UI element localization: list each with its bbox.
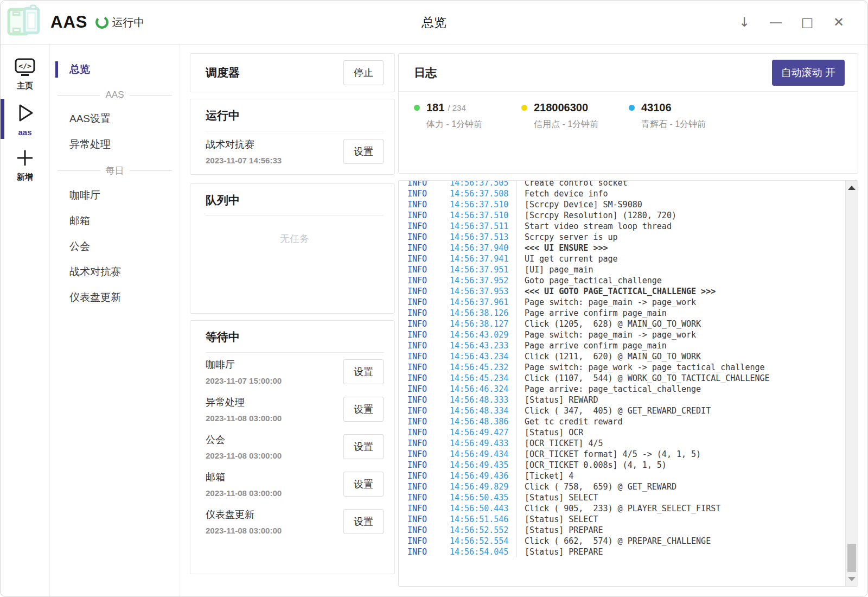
- log-line: INFO 14:56:48.334 Click ( 347, 405) @ GE…: [407, 405, 836, 416]
- page-title: 总览: [422, 14, 446, 31]
- run-status: 运行中: [95, 15, 144, 30]
- log-message: <<< UI ENSURE >>>: [516, 243, 608, 253]
- log-message: Get tc credit reward: [516, 416, 623, 427]
- log-level: INFO: [407, 243, 450, 253]
- log-viewer: INFO 14:56:37.505 Create control socket …: [398, 180, 858, 587]
- queue-card: 队列中 无任务: [190, 183, 395, 314]
- icon-rail: </> 主页 aas: [1, 45, 50, 597]
- waiting-settings-button[interactable]: 设置: [343, 359, 384, 384]
- log-timestamp: 14:56:52.552: [450, 525, 516, 536]
- log-level: INFO: [407, 351, 450, 362]
- sidebar-item[interactable]: 公会: [50, 234, 180, 258]
- sidebar-section-divider: 每日: [50, 158, 180, 183]
- maximize-icon[interactable]: □: [800, 16, 814, 29]
- log-message: [Scrcpy Device] SM-S9080: [516, 199, 642, 210]
- log-message: Page switch: page_work -> page_tactical_…: [516, 362, 765, 373]
- sidebar-item[interactable]: 咖啡厅: [50, 183, 180, 207]
- autoscroll-toggle-button[interactable]: 自动滚动 开: [772, 60, 845, 86]
- scroll-up-icon[interactable]: [848, 186, 856, 190]
- sidebar-item-label: AAS设置: [69, 113, 111, 124]
- active-indicator: [1, 99, 4, 139]
- log-timestamp: 14:56:49.434: [450, 449, 516, 460]
- stop-button[interactable]: 停止: [343, 60, 384, 85]
- scheduler-card: 调度器 停止: [190, 53, 395, 92]
- log-line: INFO 14:56:49.436 [Ticket] 4: [407, 471, 836, 481]
- log-timestamp: 14:56:37.940: [450, 243, 516, 253]
- status-dot-icon: [414, 105, 420, 111]
- log-message: Click (1107, 544) @ WORK_GO_TO_TACTICAL_…: [516, 373, 770, 384]
- log-timestamp: 14:56:51.546: [450, 514, 516, 525]
- log-timestamp: 14:56:46.324: [450, 384, 516, 395]
- rail-item-home[interactable]: </> 主页: [1, 53, 49, 94]
- log-message: [Status] PREPARE: [516, 525, 603, 536]
- log-line: INFO 14:56:43.234 Click (1211, 620) @ MA…: [407, 351, 836, 362]
- scroll-down-icon[interactable]: [848, 577, 856, 581]
- log-message: [Status] SELECT: [516, 492, 598, 503]
- restore-down-icon[interactable]: ↓: [737, 16, 751, 29]
- divider-line: [130, 170, 173, 171]
- waiting-settings-button[interactable]: 设置: [343, 434, 384, 459]
- log-timestamp: 14:56:49.435: [450, 460, 516, 471]
- log-level: INFO: [407, 427, 450, 438]
- waiting-task-name: 异常处理: [206, 396, 282, 409]
- log-timestamp: 14:56:49.436: [450, 471, 516, 481]
- log-line: INFO 14:56:37.941 UI get current page: [407, 253, 836, 264]
- sidebar-item-label: 总览: [69, 63, 90, 75]
- close-icon[interactable]: ✕: [832, 16, 846, 29]
- sidebar-item[interactable]: 邮箱: [50, 209, 180, 233]
- log-message: Create control socket: [516, 180, 628, 188]
- log-timestamp: 14:56:43.234: [450, 351, 516, 362]
- minimize-icon[interactable]: —: [769, 16, 783, 29]
- log-message: [OCR_TICKET] 4/5: [516, 438, 603, 449]
- sidebar-item[interactable]: 总览: [50, 58, 180, 81]
- log-level: INFO: [407, 395, 450, 405]
- sidebar-item[interactable]: AAS设置: [50, 107, 180, 131]
- log-timestamp: 14:56:49.829: [450, 481, 516, 492]
- waiting-settings-button[interactable]: 设置: [343, 509, 384, 534]
- window-controls: ↓ — □ ✕: [737, 16, 867, 29]
- log-line: INFO 14:56:37.952 Goto page_tactical_cha…: [407, 275, 836, 286]
- log-panel: 日志 自动滚动 开 181 / 234 体力 - 1分钟前: [398, 53, 858, 174]
- log-level: INFO: [407, 221, 450, 232]
- log-timestamp: 14:56:52.554: [450, 536, 516, 547]
- log-timestamp: 14:56:43.029: [450, 329, 516, 340]
- waiting-task-name: 邮箱: [206, 471, 282, 484]
- log-level: INFO: [407, 199, 450, 210]
- svg-text:</>: </>: [18, 62, 31, 70]
- rail-item-add[interactable]: 新增: [1, 143, 49, 186]
- sidebar-item[interactable]: 异常处理: [50, 132, 180, 156]
- rail-item-aas[interactable]: aas: [1, 98, 49, 140]
- log-level: INFO: [407, 525, 450, 536]
- log-level: INFO: [407, 460, 450, 471]
- log-timestamp: 14:56:37.505: [450, 180, 516, 188]
- log-timestamp: 14:56:49.433: [450, 438, 516, 449]
- sidebar-item[interactable]: 战术对抗赛: [50, 260, 180, 284]
- sidebar-section-label: 每日: [106, 164, 124, 177]
- sidebar-item-label: 公会: [69, 240, 90, 252]
- log-timestamp: 14:56:37.511: [450, 221, 516, 232]
- waiting-settings-button[interactable]: 设置: [343, 472, 384, 497]
- log-line: INFO 14:56:51.546 [Status] SELECT: [407, 514, 836, 525]
- log-level: INFO: [407, 340, 450, 351]
- log-line: INFO 14:56:46.324 Page arrive: page_tact…: [407, 384, 836, 395]
- sidebar-item-label: 仪表盘更新: [69, 291, 121, 303]
- log-timestamp: 14:56:37.513: [450, 232, 516, 243]
- code-monitor-icon: </>: [14, 58, 36, 77]
- log-level: INFO: [407, 188, 450, 199]
- log-scrollbar[interactable]: [845, 181, 858, 586]
- waiting-settings-button[interactable]: 设置: [343, 397, 384, 422]
- log-message: Click ( 662, 574) @ PREPARE_CHALLENGE: [516, 536, 711, 547]
- log-message: [Status] REWARD: [516, 395, 598, 405]
- log-line: INFO 14:56:37.510 [Scrcpy Device] SM-S90…: [407, 199, 836, 210]
- log-level: INFO: [407, 210, 450, 221]
- log-level: INFO: [407, 471, 450, 481]
- play-icon: [14, 102, 36, 124]
- sidebar-item[interactable]: 仪表盘更新: [50, 285, 180, 309]
- sidebar-section-label: AAS: [105, 90, 124, 100]
- log-timestamp: 14:56:37.510: [450, 199, 516, 210]
- log-message: [Ticket] 4: [516, 471, 573, 481]
- running-settings-button[interactable]: 设置: [343, 139, 384, 164]
- sidebar-item-label: 战术对抗赛: [69, 266, 121, 277]
- log-line: INFO 14:56:37.961 Page switch: page_main…: [407, 297, 836, 308]
- scrollbar-thumb[interactable]: [847, 544, 856, 572]
